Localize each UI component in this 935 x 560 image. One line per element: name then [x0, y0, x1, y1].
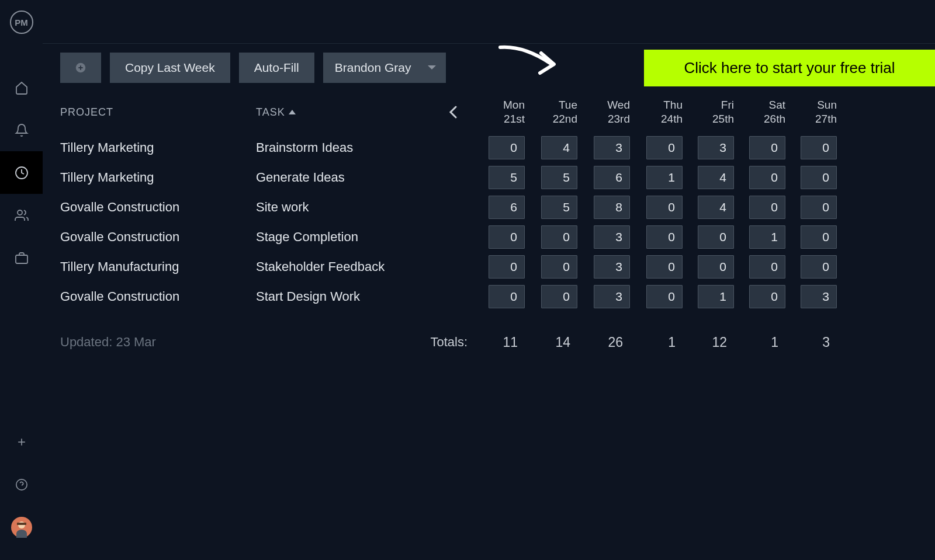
briefcase-icon	[15, 251, 29, 265]
time-input[interactable]	[749, 255, 785, 279]
time-input[interactable]	[594, 225, 630, 249]
time-input[interactable]	[698, 285, 734, 308]
time-input[interactable]	[541, 225, 577, 249]
day-header-thu: Thu24th	[630, 98, 683, 126]
time-input[interactable]	[749, 225, 785, 249]
time-input[interactable]	[489, 255, 525, 279]
time-input[interactable]	[698, 255, 734, 279]
time-input[interactable]	[646, 166, 683, 189]
time-input[interactable]	[801, 255, 837, 279]
project-column-header[interactable]: PROJECT	[60, 106, 256, 119]
time-input[interactable]	[489, 285, 525, 308]
time-input[interactable]	[646, 196, 683, 219]
project-cell: Govalle Construction	[60, 229, 256, 245]
user-dropdown-label: Brandon Gray	[335, 61, 411, 74]
plus-circle-icon	[75, 60, 86, 75]
time-input[interactable]	[541, 285, 577, 308]
nav-home[interactable]	[0, 66, 43, 109]
project-cell: Govalle Construction	[60, 200, 256, 215]
avatar-icon	[11, 517, 32, 538]
svg-rect-8	[17, 523, 26, 525]
nav-briefcase[interactable]	[0, 236, 43, 279]
nav-notifications[interactable]	[0, 109, 43, 151]
task-column-header[interactable]: TASK	[256, 106, 449, 119]
time-input[interactable]	[749, 285, 785, 308]
topbar	[43, 0, 935, 44]
day-header-sat: Sat26th	[734, 98, 785, 126]
svg-rect-2	[16, 255, 27, 263]
time-input[interactable]	[749, 136, 785, 159]
logo-text: PM	[15, 18, 28, 27]
total-sun: 3	[785, 335, 837, 350]
day-header-tue: Tue22nd	[525, 98, 577, 126]
time-input[interactable]	[594, 196, 630, 219]
home-icon	[15, 81, 29, 95]
nav-team[interactable]	[0, 194, 43, 236]
time-input[interactable]	[646, 225, 683, 249]
time-input[interactable]	[489, 196, 525, 219]
time-input[interactable]	[489, 136, 525, 159]
nav-avatar[interactable]	[0, 506, 43, 548]
time-input[interactable]	[541, 255, 577, 279]
chevron-left-icon	[449, 106, 457, 119]
day-header-fri: Fri25th	[683, 98, 734, 126]
time-input[interactable]	[646, 285, 683, 308]
team-icon	[15, 208, 29, 222]
project-cell: Govalle Construction	[60, 289, 256, 304]
sidebar: PM	[0, 0, 43, 560]
svg-point-5	[16, 479, 26, 489]
project-cell: Tillery Manufacturing	[60, 259, 256, 274]
time-input[interactable]	[698, 196, 734, 219]
time-input[interactable]	[646, 136, 683, 159]
task-cell: Brainstorm Ideas	[256, 140, 449, 155]
copy-last-week-button[interactable]: Copy Last Week	[110, 53, 230, 83]
time-input[interactable]	[749, 166, 785, 189]
time-input[interactable]	[489, 225, 525, 249]
auto-fill-button[interactable]: Auto-Fill	[239, 53, 314, 83]
table-row: Govalle ConstructionSite work	[60, 192, 917, 222]
time-input[interactable]	[801, 225, 837, 249]
task-cell: Site work	[256, 200, 449, 215]
time-input[interactable]	[749, 196, 785, 219]
day-header-sun: Sun27th	[785, 98, 837, 126]
task-cell: Start Design Work	[256, 289, 449, 304]
day-header-wed: Wed23rd	[577, 98, 630, 126]
time-input[interactable]	[801, 166, 837, 189]
time-input[interactable]	[698, 225, 734, 249]
add-button[interactable]	[60, 53, 101, 83]
project-cell: Tillery Marketing	[60, 170, 256, 185]
project-cell: Tillery Marketing	[60, 140, 256, 155]
table-row: Tillery MarketingGenerate Ideas	[60, 162, 917, 192]
time-input[interactable]	[801, 196, 837, 219]
nav-help[interactable]	[0, 463, 43, 506]
time-input[interactable]	[541, 166, 577, 189]
previous-week-button[interactable]	[449, 106, 472, 119]
totals-label: Totals:	[414, 335, 472, 350]
time-input[interactable]	[541, 136, 577, 159]
time-input[interactable]	[594, 255, 630, 279]
total-mon: 11	[472, 335, 525, 350]
time-input[interactable]	[594, 166, 630, 189]
time-input[interactable]	[489, 166, 525, 189]
time-input[interactable]	[646, 255, 683, 279]
nav-add[interactable]	[0, 420, 43, 463]
time-input[interactable]	[801, 285, 837, 308]
time-input[interactable]	[541, 196, 577, 219]
help-icon	[15, 478, 28, 491]
time-input[interactable]	[698, 166, 734, 189]
task-cell: Stage Completion	[256, 229, 449, 245]
table-row: Tillery MarketingBrainstorm Ideas	[60, 133, 917, 162]
table-row: Govalle ConstructionStart Design Work	[60, 281, 917, 311]
nav-time[interactable]	[0, 151, 43, 194]
time-input[interactable]	[698, 136, 734, 159]
total-thu: 1	[630, 335, 683, 350]
task-cell: Generate Ideas	[256, 170, 449, 185]
free-trial-cta[interactable]: Click here to start your free trial	[644, 50, 935, 86]
pm-logo[interactable]: PM	[10, 11, 33, 34]
time-input[interactable]	[594, 136, 630, 159]
sort-asc-icon	[289, 110, 296, 114]
user-dropdown[interactable]: Brandon Gray	[323, 53, 446, 83]
time-input[interactable]	[801, 136, 837, 159]
time-input[interactable]	[594, 285, 630, 308]
table-row: Govalle ConstructionStage Completion	[60, 222, 917, 252]
